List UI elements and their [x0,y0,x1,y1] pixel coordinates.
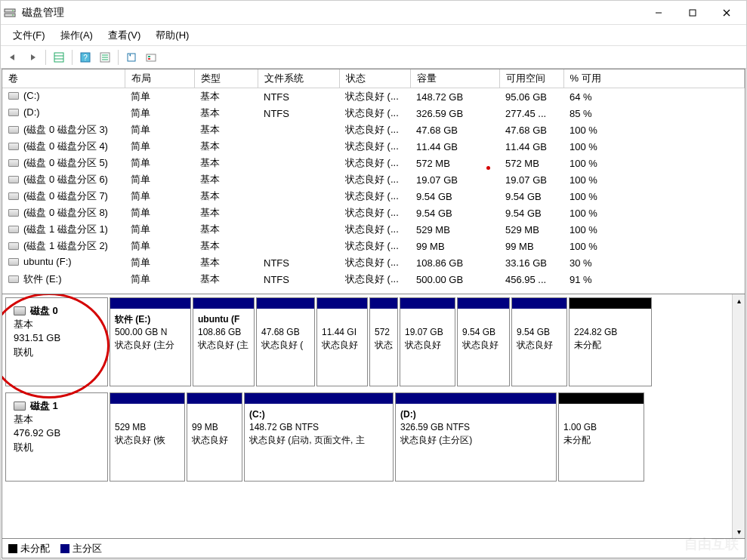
partition[interactable]: ubuntu (F108.86 GB状态良好 (主 [193,297,255,386]
capacity-cell: 47.68 GB [410,122,499,138]
partition[interactable]: (C:)148.72 GB NTFS状态良好 (启动, 页面文件, 主 [244,392,394,482]
partition[interactable]: 软件 (E:)500.00 GB N状态良好 (主分 [110,297,191,386]
col-volume[interactable]: 卷 [2,69,125,88]
menu-view[interactable]: 查看(V) [100,26,148,45]
partition-bar [193,298,254,309]
volume-icon [8,126,19,134]
partition[interactable]: 11.44 GI状态良好 [316,297,368,386]
disk-header[interactable]: 磁盘 0基本931.51 GB联机 [5,297,108,386]
partition-label: 软件 (E:) [115,313,186,326]
fs-cell [258,138,339,155]
table-row[interactable]: (D:)简单基本NTFS状态良好 (...326.59 GB277.45 ...… [2,105,745,122]
disk-graphical-pane: 磁盘 0基本931.51 GB联机软件 (E:)500.00 GB N状态良好 … [2,294,745,538]
capacity-cell: 108.86 GB [410,254,499,271]
volume-name-cell: ubuntu (F:) [23,256,72,267]
disk-partitions: 软件 (E:)500.00 GB N状态良好 (主分ubuntu (F108.8… [110,297,729,386]
capacity-cell: 99 MB [410,238,499,254]
partition[interactable]: 9.54 GB状态良好 [457,297,510,386]
table-row[interactable]: (磁盘 0 磁盘分区 4)简单基本状态良好 (...11.44 GB11.44 … [2,138,745,155]
menu-help[interactable]: 帮助(H) [148,26,196,45]
layout-cell: 简单 [125,155,194,171]
status-cell: 状态良好 (... [339,155,410,171]
partition-bar [396,393,556,404]
col-type[interactable]: 类型 [194,69,258,88]
toolbar-separator [118,50,119,65]
volume-list-pane[interactable]: 卷 布局 类型 文件系统 状态 容量 可用空间 % 可用 (C:)简单基本NTF… [2,69,745,294]
status-cell: 状态良好 (... [339,271,410,288]
partition-bar [570,298,651,309]
status-cell: 状态良好 (... [339,171,410,188]
capacity-cell: 529 MB [410,221,499,238]
maximize-button[interactable] [675,2,709,23]
table-row[interactable]: (磁盘 0 磁盘分区 5)简单基本状态良好 (...572 MB572 MB10… [2,155,745,171]
table-row[interactable]: (磁盘 0 磁盘分区 7)简单基本状态良好 (...9.54 GB9.54 GB… [2,188,745,205]
partition-size: 326.59 GB NTFS [400,421,551,434]
table-row[interactable]: ubuntu (F:)简单基本NTFS状态良好 (...108.86 GB33.… [2,254,745,271]
partition-status: 状态良好 [405,339,450,352]
minimize-button[interactable] [641,2,675,23]
table-row[interactable]: (磁盘 0 磁盘分区 3)简单基本状态良好 (...47.68 GB47.68 … [2,122,745,138]
partition[interactable]: 9.54 GB状态良好 [511,297,567,386]
partition-status: 状态良好 [517,339,562,352]
partition[interactable]: 19.07 GB状态良好 [400,297,455,386]
vertical-scrollbar[interactable]: ▴ ▾ [732,294,745,538]
details-button[interactable] [96,48,114,66]
scroll-down-button[interactable]: ▾ [733,525,745,538]
scroll-up-button[interactable]: ▴ [733,294,745,307]
partition-size: 529 MB [115,421,180,434]
toolbar-separator [72,50,73,65]
volume-name-cell: (磁盘 0 磁盘分区 5) [23,156,108,170]
partition-status: 状态良好 (恢 [115,434,180,447]
partition[interactable]: 1.00 GB未分配 [558,392,644,482]
col-fs[interactable]: 文件系统 [258,69,339,88]
pct-cell: 64 % [563,88,745,106]
close-button[interactable] [709,2,743,23]
volume-name-cell: (磁盘 0 磁盘分区 4) [23,140,108,153]
partition[interactable]: 47.68 GB状态良好 ( [256,297,315,386]
fs-cell: NTFS [258,254,339,271]
table-row[interactable]: (磁盘 1 磁盘分区 1)简单基本状态良好 (...529 MB529 MB10… [2,221,745,238]
col-pct[interactable]: % 可用 [563,69,745,88]
svg-rect-18 [147,54,156,61]
fs-cell [258,205,339,221]
type-cell: 基本 [194,238,258,254]
disk-mgmt-icon [4,7,16,19]
partition[interactable]: (D:)326.59 GB NTFS状态良好 (主分区) [395,392,557,482]
free-cell: 33.16 GB [499,254,563,271]
partition[interactable]: 99 MB状态良好 [187,392,242,482]
layout-cell: 简单 [125,271,194,288]
partition[interactable]: 572状态 [369,297,398,386]
svg-rect-17 [128,54,135,61]
scroll-track[interactable] [733,307,745,525]
view-list-button[interactable] [50,48,68,66]
free-cell: 19.07 GB [499,171,563,188]
help-button[interactable]: ? [76,48,94,66]
disk-header[interactable]: 磁盘 1基本476.92 GB联机 [5,392,108,482]
partition-size: 1.00 GB [563,421,639,434]
capacity-cell: 148.72 GB [410,88,499,106]
table-row[interactable]: 软件 (E:)简单基本NTFS状态良好 (...500.00 GB456.95 … [2,271,745,288]
type-cell: 基本 [194,188,258,205]
partition-status: 状态良好 (主分区) [400,434,551,447]
menu-file[interactable]: 文件(F) [5,26,53,45]
properties-button[interactable] [142,48,160,66]
col-status[interactable]: 状态 [339,69,410,88]
partition[interactable]: 224.82 GB未分配 [569,297,652,386]
back-button[interactable] [4,48,22,66]
col-layout[interactable]: 布局 [125,69,194,88]
partition-bar [245,393,393,404]
col-capacity[interactable]: 容量 [410,69,499,88]
status-cell: 状态良好 (... [339,205,410,221]
partition[interactable]: 529 MB状态良好 (恢 [110,392,185,482]
menu-action[interactable]: 操作(A) [53,26,100,45]
refresh-button[interactable] [122,48,140,66]
table-row[interactable]: (C:)简单基本NTFS状态良好 (...148.72 GB95.06 GB64… [2,88,745,106]
col-free[interactable]: 可用空间 [499,69,563,88]
partition-bar [110,298,190,309]
table-row[interactable]: (磁盘 0 磁盘分区 8)简单基本状态良好 (...9.54 GB9.54 GB… [2,205,745,221]
forward-button[interactable] [23,48,42,66]
table-row[interactable]: (磁盘 1 磁盘分区 2)简单基本状态良好 (...99 MB99 MB100 … [2,238,745,254]
table-row[interactable]: (磁盘 0 磁盘分区 6)简单基本状态良好 (...19.07 GB19.07 … [2,171,745,188]
fs-cell: NTFS [258,105,339,122]
free-cell: 572 MB [499,155,563,171]
